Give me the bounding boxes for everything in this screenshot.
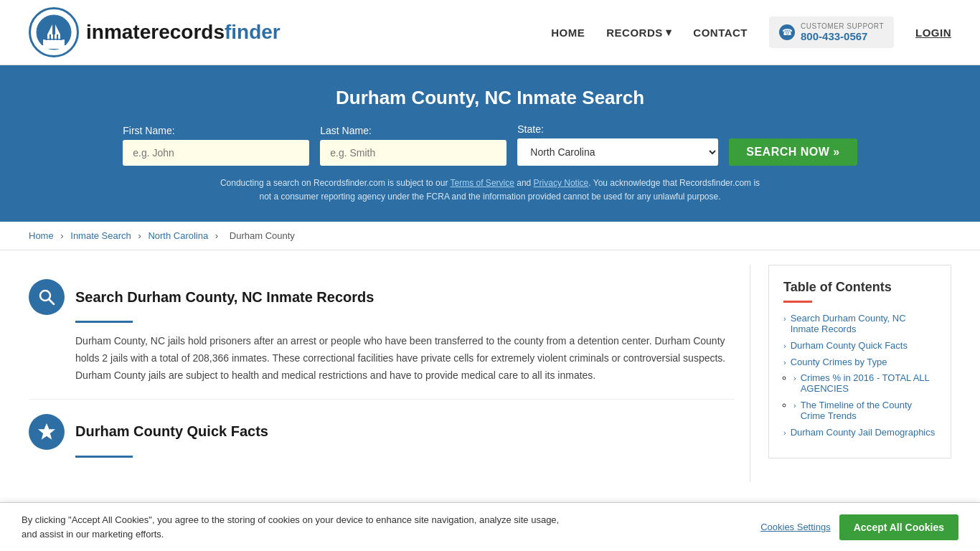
breadcrumb-county: Durham County — [230, 230, 295, 241]
logo-text: inmaterecordsfinder — [86, 21, 281, 44]
toc-divider — [783, 301, 812, 303]
state-label: State: — [517, 123, 544, 135]
header: inmaterecordsfinder HOME RECORDS ▾ CONTA… — [0, 0, 980, 65]
disclaimer-text: Conducting a search on Recordsfinder.com… — [217, 176, 763, 204]
breadcrumb: Home › Inmate Search › North Carolina › … — [0, 222, 980, 250]
toc-item-4: › Durham County Jail Demographics — [783, 427, 936, 438]
section1-text: Durham County, NC jails hold prisoners a… — [29, 333, 735, 384]
toc-label-1: Search Durham County, NC Inmate Records — [791, 313, 936, 334]
customer-support-box[interactable]: ☎ CUSTOMER SUPPORT 800-433-0567 — [769, 17, 894, 48]
chevron-down-icon: ▾ — [666, 26, 672, 39]
facts-icon — [29, 414, 65, 450]
section2-title: Durham County Quick Facts — [75, 423, 268, 440]
support-label: CUSTOMER SUPPORT — [801, 22, 884, 30]
toc-sub-link-2[interactable]: › The Timeline of the County Crime Trend… — [793, 400, 936, 421]
headphone-icon: ☎ — [779, 24, 795, 40]
chevron-icon-sub-2: › — [793, 401, 796, 410]
toc-link-2[interactable]: › Durham County Quick Facts — [783, 340, 936, 351]
login-button[interactable]: LOGIN — [915, 27, 951, 39]
section2-underline — [75, 456, 133, 458]
svg-rect-12 — [40, 47, 67, 49]
chevron-icon-3: › — [783, 358, 786, 367]
table-of-contents: Table of Contents › Search Durham County… — [768, 265, 951, 458]
nav-home[interactable]: HOME — [551, 27, 585, 39]
nav-records-label: RECORDS — [606, 27, 663, 39]
toc-sub-link-1[interactable]: › Crimes % in 2016 - TOTAL ALL AGENCIES — [793, 372, 936, 394]
chevron-icon-sub-1: › — [793, 374, 796, 382]
section1-title: Search Durham County, NC Inmate Records — [75, 289, 374, 306]
svg-marker-15 — [39, 425, 54, 438]
svg-line-14 — [49, 299, 54, 304]
toc-title: Table of Contents — [783, 280, 936, 295]
breadcrumb-sep-2: › — [138, 230, 143, 241]
toc-link-1[interactable]: › Search Durham County, NC Inmate Record… — [783, 313, 936, 334]
state-select[interactable]: North Carolina Alabama Alaska Arizona Ar… — [517, 138, 718, 166]
last-name-label: Last Name: — [320, 125, 372, 136]
chevron-icon-4: › — [783, 428, 786, 437]
search-form: First Name: Last Name: State: North Caro… — [29, 123, 951, 166]
toc-sub-item-1: › Crimes % in 2016 - TOTAL ALL AGENCIES — [793, 372, 936, 394]
content-left: Search Durham County, NC Inmate Records … — [29, 265, 750, 481]
toc-label-2: Durham County Quick Facts — [791, 340, 908, 351]
toc-label-3: County Crimes by Type — [791, 357, 887, 367]
toc-sub-3: › Crimes % in 2016 - TOTAL ALL AGENCIES … — [783, 372, 936, 421]
toc-link-3[interactable]: › County Crimes by Type — [783, 357, 936, 367]
toc-item-2: › Durham County Quick Facts — [783, 340, 936, 351]
first-name-input[interactable] — [123, 140, 309, 166]
toc-list: › Search Durham County, NC Inmate Record… — [783, 313, 936, 438]
toc-link-4[interactable]: › Durham County Jail Demographics — [783, 427, 936, 438]
section1-header: Search Durham County, NC Inmate Records — [29, 279, 735, 315]
state-group: State: North Carolina Alabama Alaska Ari… — [517, 123, 718, 166]
first-name-group: First Name: — [123, 125, 309, 166]
chevron-icon: › — [783, 314, 786, 323]
main-nav: HOME RECORDS ▾ CONTACT ☎ CUSTOMER SUPPOR… — [551, 17, 951, 48]
logo-icon — [29, 7, 79, 57]
toc-item-1: › Search Durham County, NC Inmate Record… — [783, 313, 936, 334]
content-right: Table of Contents › Search Durham County… — [750, 265, 951, 481]
privacy-link[interactable]: Privacy Notice — [534, 178, 589, 188]
main-content: Search Durham County, NC Inmate Records … — [0, 250, 980, 496]
toc-sub-label-2: The Timeline of the County Crime Trends — [801, 400, 936, 421]
svg-rect-4 — [52, 22, 55, 34]
breadcrumb-state[interactable]: North Carolina — [148, 230, 208, 241]
logo-text-first: inmaterecords — [86, 21, 225, 43]
svg-rect-10 — [44, 39, 63, 40]
breadcrumb-inmate-search[interactable]: Inmate Search — [70, 230, 131, 241]
chevron-icon-2: › — [783, 342, 786, 350]
svg-rect-1 — [43, 39, 65, 45]
nav-records[interactable]: RECORDS ▾ — [606, 26, 672, 39]
logo-text-second: finder — [225, 21, 281, 43]
toc-sub-label-1: Crimes % in 2016 - TOTAL ALL AGENCIES — [801, 372, 936, 394]
first-name-label: First Name: — [123, 125, 174, 136]
search-button[interactable]: SEARCH NOW » — [729, 138, 857, 166]
search-hero: Durham County, NC Inmate Search First Na… — [0, 65, 980, 222]
terms-link[interactable]: Terms of Service — [451, 178, 514, 188]
toc-item-3: › County Crimes by Type › Crimes % in 20… — [783, 357, 936, 421]
breadcrumb-home[interactable]: Home — [29, 230, 54, 241]
section1-underline — [75, 321, 133, 323]
section-inmate-records: Search Durham County, NC Inmate Records … — [29, 265, 735, 399]
svg-rect-11 — [42, 45, 66, 47]
logo-area: inmaterecordsfinder — [29, 7, 281, 57]
support-phone: 800-433-0567 — [801, 30, 884, 42]
nav-contact[interactable]: CONTACT — [693, 27, 748, 39]
toc-sub-item-2: › The Timeline of the County Crime Trend… — [793, 399, 936, 421]
search-icon — [29, 279, 65, 315]
breadcrumb-sep-1: › — [60, 230, 66, 241]
last-name-input[interactable] — [320, 140, 507, 166]
hero-title: Durham County, NC Inmate Search — [29, 87, 951, 109]
support-text: CUSTOMER SUPPORT 800-433-0567 — [801, 22, 884, 42]
section-quick-facts: Durham County Quick Facts — [29, 400, 735, 482]
toc-label-4: Durham County Jail Demographics — [791, 427, 936, 438]
breadcrumb-sep-3: › — [215, 230, 221, 241]
last-name-group: Last Name: — [320, 125, 507, 166]
section2-header: Durham County Quick Facts — [29, 414, 735, 450]
